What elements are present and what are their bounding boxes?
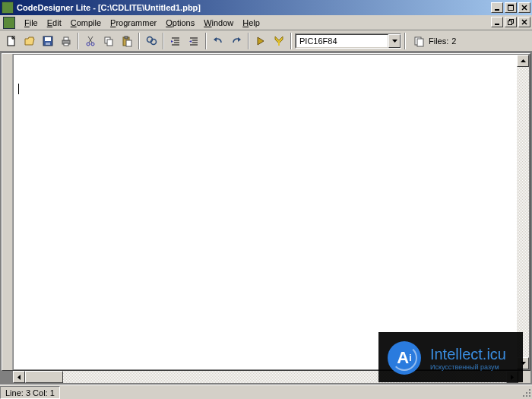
svg-rect-15 — [64, 37, 68, 40]
program-button[interactable] — [271, 33, 287, 49]
watermark-name: Intellect.icu — [430, 346, 506, 363]
svg-rect-42 — [278, 43, 280, 46]
svg-marker-40 — [258, 37, 264, 45]
status-line-col: Line: 3 Col: 1 — [0, 386, 60, 399]
redo-button[interactable] — [228, 33, 245, 49]
vertical-scrollbar[interactable] — [517, 55, 529, 369]
svg-line-17 — [88, 36, 92, 43]
resize-grip[interactable] — [520, 386, 532, 398]
files-icon — [413, 35, 426, 47]
menu-programmer[interactable]: Programmer — [106, 17, 161, 29]
separator — [138, 33, 140, 49]
svg-rect-22 — [107, 40, 112, 46]
line-gutter — [2, 54, 13, 370]
watermark: Ai Intellect.icu Искусственный разум — [378, 332, 523, 382]
svg-rect-54 — [526, 395, 527, 397]
svg-line-18 — [89, 36, 93, 43]
svg-rect-24 — [125, 36, 128, 39]
cut-button[interactable] — [82, 33, 99, 49]
svg-rect-53 — [523, 395, 524, 397]
statusbar: Line: 3 Col: 1 — [0, 385, 532, 399]
svg-rect-5 — [495, 24, 499, 25]
mdi-controls — [491, 17, 530, 27]
svg-rect-16 — [64, 43, 68, 46]
menu-file[interactable]: FFileile — [20, 17, 43, 29]
svg-rect-52 — [529, 392, 530, 394]
svg-marker-41 — [275, 36, 283, 43]
app-icon — [2, 2, 14, 14]
scroll-thumb[interactable] — [25, 371, 63, 383]
close-button[interactable] — [518, 2, 530, 13]
editor-child-window — [2, 53, 530, 371]
files-count: 2 — [451, 36, 456, 46]
scroll-up-button[interactable] — [517, 55, 529, 67]
compile-button[interactable] — [252, 33, 269, 49]
svg-rect-7 — [508, 21, 512, 25]
svg-marker-48 — [17, 375, 21, 380]
save-button[interactable] — [40, 33, 56, 49]
files-panel[interactable]: Files: 2 — [413, 35, 456, 47]
svg-marker-39 — [238, 37, 241, 42]
editor-wrap — [13, 54, 530, 370]
mdi-restore-button[interactable] — [505, 17, 517, 27]
svg-rect-50 — [529, 389, 530, 391]
svg-rect-51 — [526, 392, 527, 394]
separator — [404, 33, 406, 49]
menu-options[interactable]: Options — [161, 17, 199, 29]
new-file-button[interactable] — [3, 33, 20, 49]
code-editor[interactable] — [14, 55, 517, 369]
svg-rect-55 — [529, 395, 530, 397]
svg-marker-38 — [214, 37, 217, 42]
text-cursor — [18, 84, 19, 94]
svg-rect-45 — [417, 39, 423, 46]
svg-rect-13 — [46, 43, 50, 45]
svg-marker-46 — [521, 59, 526, 62]
paste-button[interactable] — [119, 33, 135, 49]
device-dropdown-button[interactable] — [388, 34, 401, 48]
device-value: PIC16F84 — [296, 34, 388, 48]
separator — [205, 33, 207, 49]
scroll-left-button[interactable] — [13, 371, 25, 383]
separator — [290, 33, 292, 49]
menubar: FFileile Edit Compile Programmer Options… — [0, 15, 532, 30]
svg-point-19 — [87, 43, 90, 46]
watermark-subtitle: Искусственный разум — [430, 363, 506, 371]
find-button[interactable] — [143, 33, 160, 49]
indent-button[interactable] — [167, 33, 184, 49]
svg-marker-37 — [189, 40, 192, 43]
files-label-text: Files: — [429, 36, 448, 46]
copy-button[interactable] — [100, 33, 117, 49]
menu-window[interactable]: Window — [199, 17, 238, 29]
minimize-button[interactable] — [491, 2, 503, 13]
svg-rect-12 — [45, 37, 51, 41]
device-select[interactable]: PIC16F84 — [295, 33, 401, 49]
menu-help[interactable]: Help — [238, 17, 264, 29]
undo-button[interactable] — [210, 33, 226, 49]
mdi-doc-icon[interactable] — [3, 17, 15, 29]
separator — [163, 33, 164, 49]
titlebar: CodeDesigner Lite - [C:\CDLITE\Untitled1… — [0, 0, 532, 15]
svg-point-20 — [91, 43, 94, 46]
open-file-button[interactable] — [21, 33, 38, 49]
maximize-button[interactable] — [505, 2, 517, 13]
menu-compile[interactable]: Compile — [66, 17, 106, 29]
svg-rect-2 — [508, 5, 514, 6]
separator — [78, 33, 79, 49]
watermark-logo: Ai — [388, 341, 421, 375]
window-title: CodeDesigner Lite - [C:\CDLITE\Untitled1… — [17, 3, 491, 12]
print-button[interactable] — [58, 33, 74, 49]
toolbar: PIC16F84 Files: 2 — [0, 30, 532, 52]
scroll-track[interactable] — [517, 67, 529, 357]
mdi-close-button[interactable] — [518, 17, 530, 27]
outdent-button[interactable] — [185, 33, 202, 49]
mdi-minimize-button[interactable] — [491, 17, 503, 27]
svg-rect-25 — [126, 40, 131, 46]
svg-rect-0 — [495, 9, 499, 11]
app-window: CodeDesigner Lite - [C:\CDLITE\Untitled1… — [0, 0, 532, 399]
window-controls — [491, 2, 530, 13]
svg-marker-43 — [392, 40, 397, 43]
menu-edit[interactable]: Edit — [43, 17, 66, 29]
svg-marker-32 — [171, 40, 173, 43]
separator — [248, 33, 249, 49]
